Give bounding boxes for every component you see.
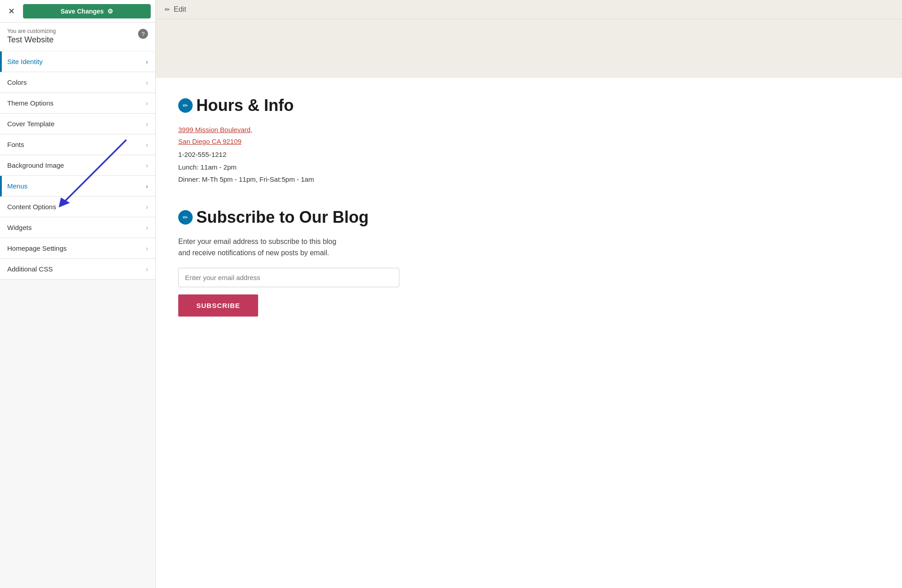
site-name: Test Website <box>7 35 56 45</box>
sidebar-item-label: Homepage Settings <box>7 244 67 252</box>
gear-icon: ⚙ <box>107 8 113 15</box>
sidebar-item-label: Widgets <box>7 224 32 231</box>
hours-body: 3999 Mission Boulevard, San Diego CA 921… <box>178 124 879 185</box>
sidebar-item-label: Content Options <box>7 203 56 211</box>
sidebar-item-homepage-settings[interactable]: Homepage Settings › <box>0 238 155 259</box>
sidebar-item-menus[interactable]: Menus › <box>0 176 155 197</box>
sidebar-item-site-identity[interactable]: Site Identity › <box>0 51 155 72</box>
sidebar-item-label: Cover Template <box>7 120 55 128</box>
hours-title: Hours & Info <box>196 96 294 115</box>
chevron-right-icon: › <box>146 79 148 86</box>
hours-section: ✏ Hours & Info 3999 Mission Boulevard, S… <box>178 96 879 185</box>
edit-pencil-icon: ✏ <box>165 6 170 13</box>
sidebar-item-label: Additional CSS <box>7 265 53 273</box>
chevron-right-icon: › <box>146 162 148 169</box>
subscribe-button[interactable]: SUBSCRIBE <box>178 294 258 317</box>
subscribe-description: Enter your email address to subscribe to… <box>178 236 404 259</box>
email-input[interactable] <box>178 268 399 287</box>
sidebar-item-label: Background Image <box>7 161 64 169</box>
sidebar-item-label: Site Identity <box>7 58 42 65</box>
hours-edit-icon[interactable]: ✏ <box>178 98 193 113</box>
chevron-right-icon: › <box>146 183 148 190</box>
content-body: ✏ Hours & Info 3999 Mission Boulevard, S… <box>156 78 902 588</box>
edit-bar: ✏ Edit <box>156 0 902 19</box>
customizing-label: You are customizing <box>7 28 56 34</box>
chevron-right-icon: › <box>146 141 148 148</box>
sidebar-item-fonts[interactable]: Fonts › <box>0 134 155 155</box>
nav-list: Site Identity › Colors › Theme Options ›… <box>0 51 155 280</box>
chevron-right-icon: › <box>146 203 148 211</box>
hours-section-header: ✏ Hours & Info <box>178 96 879 115</box>
dinner-hours: Dinner: M-Th 5pm - 11pm, Fri-Sat:5pm - 1… <box>178 174 879 185</box>
sidebar-item-widgets[interactable]: Widgets › <box>0 217 155 238</box>
sidebar-item-theme-options[interactable]: Theme Options › <box>0 93 155 114</box>
main-content: ✏ Edit ✏ Hours & Info 3999 Mission Boule… <box>156 0 902 588</box>
sidebar-item-content-options[interactable]: Content Options › <box>0 197 155 217</box>
save-changes-label: Save Changes <box>60 8 104 15</box>
close-button[interactable]: ✕ <box>5 5 19 18</box>
chevron-right-icon: › <box>146 58 148 65</box>
address-link[interactable]: 3999 Mission Boulevard, San Diego CA 921… <box>178 124 879 147</box>
subscribe-section: ✏ Subscribe to Our Blog Enter your email… <box>178 208 879 317</box>
save-changes-button[interactable]: Save Changes ⚙ <box>23 4 151 18</box>
chevron-right-icon: › <box>146 120 148 128</box>
sidebar-item-label: Theme Options <box>7 99 54 107</box>
sidebar-item-additional-css[interactable]: Additional CSS › <box>0 259 155 280</box>
customizing-info: You are customizing Test Website ? <box>0 23 155 51</box>
sidebar-item-colors[interactable]: Colors › <box>0 72 155 93</box>
chevron-right-icon: › <box>146 266 148 273</box>
phone-number: 1-202-555-1212 <box>178 149 879 161</box>
sidebar-item-cover-template[interactable]: Cover Template › <box>0 114 155 134</box>
sidebar-header: ✕ Save Changes ⚙ <box>0 0 155 23</box>
subscribe-edit-icon[interactable]: ✏ <box>178 210 193 225</box>
sidebar-item-label: Colors <box>7 78 27 86</box>
edit-label: Edit <box>174 5 186 14</box>
hero-area <box>156 19 902 78</box>
subscribe-body: Enter your email address to subscribe to… <box>178 236 879 317</box>
sidebar-item-label: Menus <box>7 182 28 190</box>
chevron-right-icon: › <box>146 224 148 231</box>
help-icon[interactable]: ? <box>138 29 148 39</box>
lunch-hours: Lunch: 11am - 2pm <box>178 161 879 173</box>
subscribe-title: Subscribe to Our Blog <box>196 208 369 227</box>
chevron-right-icon: › <box>146 245 148 252</box>
subscribe-section-header: ✏ Subscribe to Our Blog <box>178 208 879 227</box>
sidebar-item-background-image[interactable]: Background Image › <box>0 155 155 176</box>
chevron-right-icon: › <box>146 100 148 107</box>
sidebar-item-label: Fonts <box>7 141 24 148</box>
